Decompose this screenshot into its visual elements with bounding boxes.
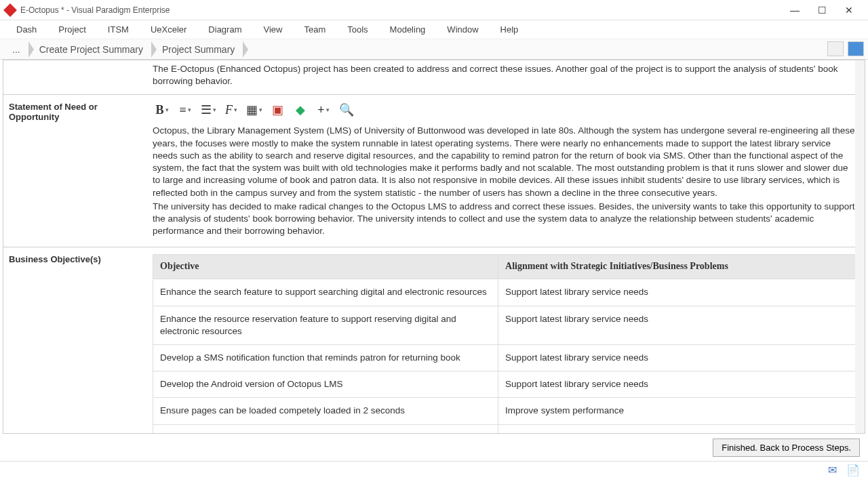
window-title: E-Octopus * - Visual Paradigm Enterprise <box>20 5 781 15</box>
footer-row: Finished. Back to Process Steps. <box>0 434 868 461</box>
table-row[interactable]: Enhance the search feature to support se… <box>153 279 858 306</box>
add-button[interactable]: + <box>314 102 333 118</box>
menu-team[interactable]: Team <box>293 22 336 37</box>
th-alignment: Alignment with Strategic Initiatives/Bus… <box>498 255 858 279</box>
cell-objective: Enhance the resource reservation feature… <box>153 306 498 344</box>
statement-body[interactable]: B ≡ ☰ F ▦ ▣ ◆ + 🔍 Octopus, the Library M… <box>146 95 865 247</box>
breadcrumb-ellipsis[interactable]: ... <box>3 41 30 58</box>
intro-text: The E-Octopus (Enhanced Octopus) project… <box>153 64 837 86</box>
menu-view[interactable]: View <box>252 22 293 37</box>
statement-p1: Octopus, the Library Management System (… <box>153 125 858 199</box>
intro-paragraph: The E-Octopus (Enhanced Octopus) project… <box>3 60 865 95</box>
cell-objective: Develop an analytic feature that analyze… <box>153 424 498 434</box>
statement-label: Statement of Need or Opportunity <box>3 95 146 247</box>
th-objective: Objective <box>153 255 498 279</box>
rich-text-toolbar: B ≡ ☰ F ▦ ▣ ◆ + 🔍 <box>153 100 858 125</box>
breadcrumb-create-summary[interactable]: Create Project Summary <box>30 41 153 58</box>
statusbar: ✉ 📄 <box>0 461 868 479</box>
cell-objective: Ensure pages can be loaded competely loa… <box>153 398 498 424</box>
objectives-label: Business Objective(s) <box>3 247 146 434</box>
minimize-button[interactable]: — <box>781 1 808 20</box>
section-objectives: Business Objective(s) Objective Alignmen… <box>3 247 865 434</box>
menubar: Dash Project ITSM UeXceler Diagram View … <box>0 20 868 39</box>
section-statement: Statement of Need or Opportunity B ≡ ☰ F… <box>3 95 865 247</box>
cell-alignment: Support latest library service needs <box>498 279 858 306</box>
cell-alignment: Improve system performance <box>498 398 858 424</box>
toolbar-panel-icon[interactable] <box>848 41 864 56</box>
window-controls: — ☐ ✕ <box>781 1 863 20</box>
table-row[interactable]: Develop the Android version of Octopus L… <box>153 371 858 398</box>
cell-alignment: Support latest library service needs <box>498 371 858 398</box>
table-row[interactable]: Enhance the resource reservation feature… <box>153 306 858 344</box>
menu-modeling[interactable]: Modeling <box>379 22 437 37</box>
breadcrumb-project-summary[interactable]: Project Summary <box>153 41 244 58</box>
vertical-scrollbar[interactable] <box>855 60 865 433</box>
menu-dash[interactable]: Dash <box>5 22 47 37</box>
note-icon[interactable]: 📄 <box>846 464 860 476</box>
table-button[interactable]: ▦ <box>245 102 264 118</box>
menu-project[interactable]: Project <box>47 22 96 37</box>
shape-button[interactable]: ◆ <box>291 102 310 118</box>
menu-itsm[interactable]: ITSM <box>97 22 140 37</box>
table-row[interactable]: Ensure pages can be loaded competely loa… <box>153 398 858 424</box>
bold-button[interactable]: B <box>153 102 172 118</box>
app-icon <box>3 3 17 17</box>
cell-alignment: Support latest library service needs <box>498 306 858 344</box>
table-row[interactable]: Develop a SMS notification function that… <box>153 344 858 371</box>
maximize-button[interactable]: ☐ <box>808 1 835 20</box>
statement-p2: The university has decided to make radic… <box>153 201 858 238</box>
cell-alignment: Support latest library service needs <box>498 344 858 371</box>
menu-help[interactable]: Help <box>490 22 530 37</box>
cell-objective: Enhance the search feature to support se… <box>153 279 498 306</box>
finished-button[interactable]: Finished. Back to Process Steps. <box>713 439 860 457</box>
list-button[interactable]: ☰ <box>199 102 218 118</box>
menu-tools[interactable]: Tools <box>336 22 378 37</box>
cell-alignment: Enable the university to identify a teac… <box>498 424 858 434</box>
menu-uexceler[interactable]: UeXceler <box>140 22 197 37</box>
menu-window[interactable]: Window <box>436 22 489 37</box>
toolbar-link-icon[interactable] <box>827 41 844 56</box>
objectives-body: Objective Alignment with Strategic Initi… <box>146 247 865 434</box>
menu-diagram[interactable]: Diagram <box>197 22 252 37</box>
mail-icon[interactable]: ✉ <box>828 464 837 476</box>
content-area: The E-Octopus (Enhanced Octopus) project… <box>3 60 865 434</box>
objectives-table: Objective Alignment with Strategic Initi… <box>153 254 858 434</box>
close-button[interactable]: ✕ <box>835 1 863 20</box>
cell-objective: Develop a SMS notification function that… <box>153 344 498 371</box>
find-button[interactable]: 🔍 <box>337 102 356 118</box>
image-button[interactable]: ▣ <box>268 102 287 118</box>
cell-objective: Develop the Android version of Octopus L… <box>153 371 498 398</box>
table-row[interactable]: Develop an analytic feature that analyze… <box>153 424 858 434</box>
titlebar: E-Octopus * - Visual Paradigm Enterprise… <box>0 0 868 20</box>
align-button[interactable]: ≡ <box>176 102 195 118</box>
breadcrumb: ... Create Project Summary Project Summa… <box>0 39 868 60</box>
font-button[interactable]: F <box>222 102 241 118</box>
